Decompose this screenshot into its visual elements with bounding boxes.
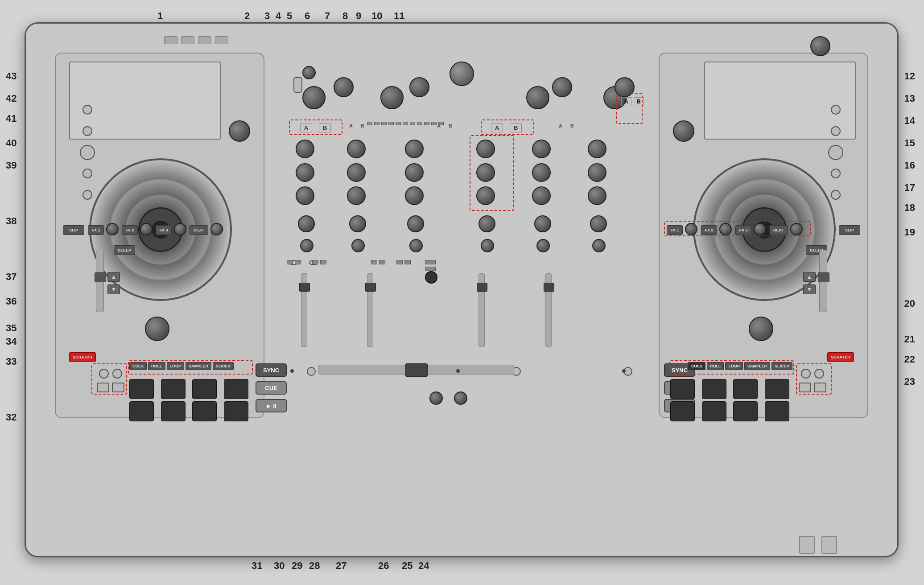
spinner-2[interactable] (293, 77, 302, 93)
left-bottom-circle-1[interactable] (99, 369, 109, 379)
ch2-eq-mid[interactable] (347, 163, 366, 182)
master-knob[interactable] (450, 62, 474, 86)
scratch-button-left[interactable]: SCRATCH (69, 352, 96, 362)
slip-button-left[interactable]: SLIP (63, 225, 84, 235)
cue-ch3-a[interactable] (371, 260, 377, 264)
cue-ch2-a[interactable] (312, 260, 318, 264)
sampler-tab-left[interactable]: SAMPLER (186, 362, 211, 370)
tl-btn-3[interactable] (198, 36, 211, 44)
roll-tab-right[interactable]: ROLL (707, 362, 724, 370)
right-bottom-circle-3[interactable] (799, 383, 811, 392)
slicer-tab-left[interactable]: SLICER (213, 362, 234, 370)
ch-fader-handle-4[interactable] (544, 283, 554, 292)
left-deck-knob[interactable] (229, 120, 250, 142)
pad-r-6[interactable] (702, 401, 726, 421)
top-knob-6[interactable] (409, 77, 429, 97)
fx1-knob-left[interactable] (106, 223, 119, 235)
capture-knob-left[interactable] (145, 317, 169, 341)
ch5-eq-hi[interactable] (588, 140, 606, 158)
arrow-up-right[interactable]: ▲ (803, 272, 816, 282)
gain-knob-5[interactable] (536, 239, 550, 252)
right-bottom-circle-2[interactable] (814, 369, 824, 379)
bleep-button-left[interactable]: BLEEP (114, 245, 135, 255)
gain-knob-1[interactable] (300, 239, 314, 252)
pad-r-3[interactable] (733, 379, 758, 399)
ch2-eq-hi[interactable] (347, 140, 366, 158)
cue-ch2-b[interactable] (320, 260, 326, 264)
pitch-fader-left[interactable] (96, 250, 104, 312)
left-bottom-circle-3[interactable] (97, 383, 109, 392)
roll-tab-left[interactable]: ROLL (148, 362, 165, 370)
ch4-eq-lo[interactable] (532, 186, 551, 205)
pad-l-3[interactable] (192, 379, 217, 399)
headphone-jack[interactable] (425, 271, 437, 284)
left-circle-5[interactable] (82, 190, 92, 200)
channel-fader-4[interactable] (545, 273, 552, 347)
pitch-fader-handle-right[interactable] (818, 272, 829, 282)
arrow-up-left[interactable]: ▲ (107, 272, 120, 282)
top-knob-9[interactable] (552, 77, 572, 97)
right-circle-4[interactable] (831, 169, 841, 178)
fx3-knob-left[interactable] (174, 223, 186, 235)
top-right-master[interactable] (810, 36, 830, 56)
capture-knob-right[interactable] (749, 317, 773, 341)
fx1-button-left[interactable]: FX 1 (88, 225, 104, 235)
ch5-eq-mid[interactable] (588, 163, 606, 182)
ch3-eq-lo[interactable] (476, 186, 495, 205)
right-bottom-circle-4[interactable] (814, 383, 826, 392)
top-knob-3[interactable] (334, 77, 354, 97)
ch3-eq-hi[interactable] (476, 140, 495, 158)
beat-button-left[interactable]: BEAT (190, 225, 208, 235)
beat-knob-left[interactable] (210, 223, 223, 235)
pitch-fader-right[interactable] (819, 250, 827, 312)
arrow-down-right[interactable]: ▼ (803, 284, 816, 294)
pad-r-7[interactable] (733, 401, 758, 421)
cues-tab-right[interactable]: CUES (688, 362, 705, 370)
cue-ch4-a[interactable] (396, 260, 403, 264)
pad-l-6[interactable] (161, 401, 186, 421)
right-circle-3[interactable] (828, 145, 843, 160)
right-circle-1[interactable] (831, 105, 841, 115)
pad-l-1[interactable] (129, 379, 154, 399)
loop-tab-left[interactable]: LOOP (167, 362, 185, 370)
left-circle-4[interactable] (82, 169, 92, 178)
right-circle-2[interactable] (831, 126, 841, 136)
filter-knob-3[interactable] (407, 215, 424, 232)
ch1-eq-hi[interactable] (296, 140, 314, 158)
filter-knob-2[interactable] (349, 215, 366, 232)
pad-l-4[interactable] (224, 379, 248, 399)
slicer-tab-right[interactable]: SLICER (771, 362, 792, 370)
pad-r-8[interactable] (765, 401, 789, 421)
filter-knob-4[interactable] (478, 215, 495, 232)
tl-btn-1[interactable] (164, 36, 177, 44)
cue-ch1-a[interactable] (287, 260, 293, 264)
pad-r-4[interactable] (765, 379, 789, 399)
booth-knob[interactable] (454, 391, 467, 405)
ch-fader-handle-2[interactable] (365, 283, 376, 292)
gain-knob-6[interactable] (592, 239, 606, 252)
crossfader-track[interactable] (318, 365, 514, 375)
filter-knob-5[interactable] (534, 215, 551, 232)
filter-knob-1[interactable] (298, 215, 315, 232)
scratch-button-right[interactable]: SCRATCH (827, 352, 854, 362)
center-knob-2[interactable] (405, 163, 424, 182)
fx2-button-left[interactable]: FX 2 (122, 225, 138, 235)
eq-knob-2[interactable] (380, 86, 404, 109)
right-deck-knob[interactable] (673, 120, 694, 142)
crossfader-circle-1[interactable] (307, 367, 316, 376)
sampler-tab-right[interactable]: SAMPLER (744, 362, 770, 370)
ch-fader-handle-3[interactable] (477, 283, 487, 292)
tl-btn-2[interactable] (181, 36, 194, 44)
loop-tab-right[interactable]: LOOP (725, 362, 743, 370)
left-bottom-circle-2[interactable] (112, 369, 122, 379)
channel-fader-3[interactable] (478, 273, 485, 347)
center-knob-3[interactable] (405, 186, 424, 205)
right-circle-5[interactable] (831, 190, 841, 200)
channel-fader-1[interactable] (301, 273, 307, 347)
ch1-eq-mid[interactable] (296, 163, 314, 182)
eq-knob-1[interactable] (302, 86, 326, 109)
crossfader-handle[interactable] (405, 363, 428, 377)
pitch-fader-handle-left[interactable] (95, 272, 106, 282)
fx2-knob-left[interactable] (140, 223, 153, 235)
ch4-eq-hi[interactable] (532, 140, 551, 158)
